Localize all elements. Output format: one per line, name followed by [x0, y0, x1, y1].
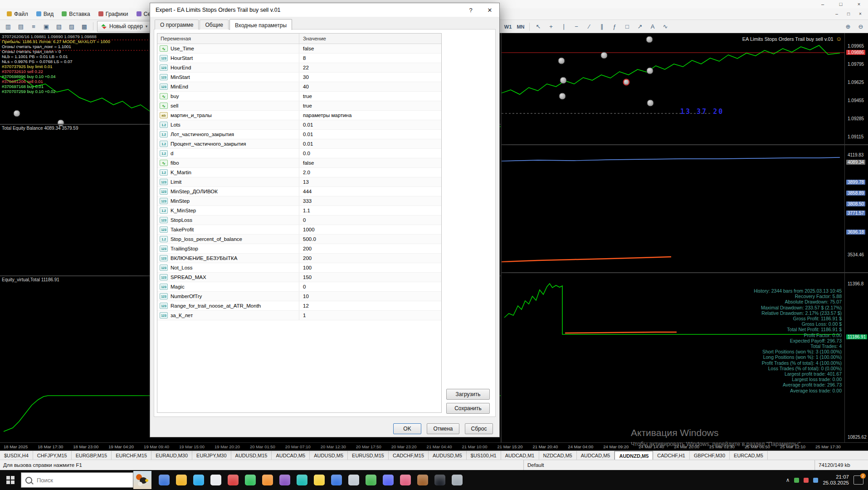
window-maximize-button[interactable]: □ — [832, 0, 850, 8]
chart-tab[interactable]: NZDCAD,M5 — [539, 451, 577, 460]
right-price-chart[interactable]: EA Limits Stops Orders Trail buy sell v.… — [501, 33, 844, 442]
taskbar-app-icon[interactable] — [452, 475, 463, 485]
taskbar-app-icon[interactable] — [417, 475, 428, 485]
chart-restore-button[interactable]: □ — [843, 10, 854, 18]
chart-tab[interactable]: CADCHF,H1 — [653, 451, 690, 460]
tray-expand-icon[interactable]: ∧ — [786, 477, 790, 483]
navigator-icon[interactable]: ▧ — [53, 21, 65, 32]
chart-tab[interactable]: GBPCHF,M30 — [690, 451, 730, 460]
chart-tab[interactable]: EURUSD,M15 — [348, 451, 389, 460]
taskbar-app-icon[interactable] — [193, 475, 204, 485]
param-row[interactable]: buy true — [157, 92, 441, 101]
param-value[interactable]: 1.1 — [299, 206, 441, 215]
param-row[interactable]: MinStart 30 — [157, 73, 441, 82]
param-row[interactable]: Not_Loss 100 — [157, 263, 441, 273]
arrows-icon[interactable]: ↗ — [634, 21, 646, 32]
horizontal-line-icon[interactable]: − — [571, 21, 582, 32]
market-watch-icon[interactable]: ≡ — [28, 21, 39, 32]
param-value[interactable]: 0.01 — [299, 139, 441, 148]
param-row[interactable]: MinEnd 40 — [157, 82, 441, 92]
new-order-button[interactable]: Новый ордер ▾ — [97, 21, 151, 32]
taskbar-app-icon[interactable] — [383, 475, 394, 485]
param-value[interactable]: 1000 — [299, 225, 441, 234]
param-row[interactable]: HourEnd 22 — [157, 63, 441, 73]
menu-item[interactable]: Графики — [94, 10, 132, 19]
reset-button[interactable]: Сброс — [465, 423, 493, 434]
taskbar-app-icon[interactable] — [297, 475, 307, 485]
dialog-close-button[interactable]: ✕ — [480, 3, 499, 17]
text-label-icon[interactable]: A — [647, 21, 658, 32]
start-button[interactable] — [0, 470, 21, 490]
param-row[interactable]: Magic 0 — [157, 282, 441, 292]
param-value[interactable]: false — [299, 44, 441, 53]
timeframe-button[interactable]: MN — [515, 21, 527, 32]
timeframe-button[interactable]: W1 — [502, 21, 514, 32]
param-value[interactable]: 2.0 — [299, 168, 441, 177]
data-window-icon[interactable]: ▣ — [40, 21, 52, 32]
strategy-tester-icon[interactable]: ▩ — [78, 21, 90, 32]
param-value[interactable]: 200 — [299, 254, 441, 263]
param-value[interactable]: параметры мартина — [299, 111, 441, 120]
param-value[interactable]: false — [299, 158, 441, 167]
window-minimize-button[interactable]: – — [814, 0, 832, 8]
subwindow-divider[interactable] — [502, 272, 844, 273]
menu-item[interactable]: Вставка — [58, 10, 94, 19]
tab-common[interactable]: Общие — [200, 20, 228, 29]
param-row[interactable]: Range_for_trail_noose_at_ATR_Month 12 — [157, 301, 441, 311]
search-input[interactable] — [36, 476, 115, 484]
ea-smiley-icon[interactable]: ☺ — [836, 35, 842, 42]
trendline-icon[interactable]: ∕ — [583, 21, 595, 32]
param-row[interactable]: Lots 0.01 — [157, 120, 441, 130]
param-value[interactable]: 1 — [299, 311, 441, 320]
param-row[interactable]: за_К_лет 1 — [157, 311, 441, 320]
taskbar-app-icon[interactable] — [245, 475, 256, 485]
taskbar-app-icon[interactable] — [348, 475, 359, 485]
taskbar-app-icon[interactable] — [434, 475, 445, 485]
param-row[interactable]: Use_Time false — [157, 44, 441, 54]
param-value[interactable]: 0 — [299, 282, 441, 291]
chart-profiles-icon[interactable]: ▤ — [15, 21, 27, 32]
chart-tab[interactable]: EURCHF,M15 — [112, 451, 151, 460]
new-chart-icon[interactable]: ▥ — [2, 21, 14, 32]
param-row[interactable]: HourStart 8 — [157, 54, 441, 63]
param-row[interactable]: d 0.0 — [157, 149, 441, 158]
tray-app-icon[interactable] — [804, 478, 809, 483]
param-row[interactable]: fibo false — [157, 158, 441, 168]
param-row[interactable]: Процент_частичного_закрытия 0.01 — [157, 139, 441, 149]
param-value[interactable]: true — [299, 101, 441, 110]
tab-about[interactable]: О программе — [155, 20, 199, 29]
shapes-icon[interactable]: □ — [621, 21, 633, 32]
chart-tab[interactable]: EURJPY,M30 — [192, 451, 231, 460]
param-value[interactable]: 333 — [299, 196, 441, 206]
chart-tab[interactable]: AUDUSD,M15 — [231, 451, 272, 460]
cursor-icon[interactable]: ↖ — [532, 21, 544, 32]
param-row[interactable]: K_Martin 2.0 — [157, 168, 441, 177]
tray-app-icon[interactable] — [813, 478, 818, 483]
cancel-button[interactable]: Отмена — [427, 423, 459, 434]
taskbar-app-icon[interactable] — [210, 475, 221, 485]
chart-tab[interactable]: EURCAD,M5 — [730, 451, 768, 460]
param-row[interactable]: Limit 13 — [157, 177, 441, 187]
chart-close-button[interactable]: × — [854, 10, 866, 18]
chart-tab[interactable]: AUDUSD,M5 — [429, 451, 467, 460]
chart-tab[interactable]: CHFJPY,M15 — [33, 451, 72, 460]
fibonacci-icon[interactable]: ƒ — [609, 21, 620, 32]
taskbar-app-icon[interactable] — [228, 475, 239, 485]
tray-app-icon[interactable] — [794, 478, 799, 483]
zoom-in-icon[interactable]: ⊕ — [842, 21, 854, 32]
param-value[interactable]: 30 — [299, 73, 441, 82]
crosshair-icon[interactable]: + — [545, 21, 557, 32]
terminal-icon[interactable]: ▨ — [66, 21, 78, 32]
param-value[interactable]: 40 — [299, 82, 441, 91]
param-value[interactable]: 10 — [299, 292, 441, 301]
param-value[interactable]: 22 — [299, 63, 441, 72]
chart-tab[interactable]: CADCHF,M15 — [389, 451, 429, 460]
param-row[interactable]: Stop_loss_percent_of_balance 500.0 — [157, 235, 441, 244]
taskbar-clock[interactable]: 21:07 25.03.2025 — [823, 474, 849, 486]
param-value[interactable]: 0.01 — [299, 120, 441, 129]
indicators-icon[interactable]: ∿ — [659, 21, 671, 32]
notification-center-icon[interactable]: 2 — [853, 475, 863, 485]
chart-tab[interactable]: AUDCAD,M5 — [577, 451, 615, 460]
param-value[interactable]: true — [299, 92, 441, 101]
tab-inputs[interactable]: Входные параметры — [229, 19, 292, 30]
